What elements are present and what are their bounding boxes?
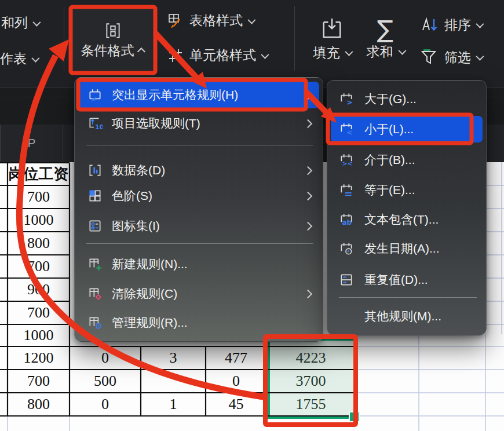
- column-header-p[interactable]: P: [0, 125, 63, 161]
- menu-separator: [86, 243, 313, 244]
- sort-icon: [418, 15, 439, 35]
- cell-p-row9[interactable]: 700: [8, 371, 70, 391]
- cell-s-row8[interactable]: 477: [206, 348, 266, 368]
- cell-style-icon: [167, 47, 184, 64]
- cell-r-row9[interactable]: [141, 371, 206, 391]
- cell-p-row8[interactable]: 1200: [8, 348, 70, 368]
- ribbon-divider: [64, 6, 64, 71]
- menu-item-label: 清除规则(C): [112, 286, 177, 302]
- cell-p-row1[interactable]: 700: [8, 187, 70, 207]
- cell-t-row8[interactable]: 4223: [266, 348, 355, 368]
- color-scales-icon: [86, 188, 104, 203]
- submenu-item-label: 文本包含(T)...: [364, 211, 439, 228]
- submenu-item-less-than[interactable]: < 小于(L)...: [331, 116, 483, 143]
- conditional-format-button[interactable]: 条件格式: [72, 8, 154, 72]
- cell-p-row7[interactable]: 1000: [8, 326, 70, 345]
- submenu-item-date-occurring[interactable]: 发生日期(A)...: [331, 235, 483, 262]
- cell-p-row10[interactable]: 800: [8, 395, 70, 414]
- sum-button[interactable]: ∑ 求和: [360, 6, 410, 71]
- menu-item-label: 色阶(S): [112, 188, 152, 204]
- submenu-item-label: 其他规则(M)...: [364, 308, 441, 324]
- table-style-label: 表格样式: [189, 12, 243, 30]
- sum-label: 求和: [367, 43, 393, 61]
- cell-p-row6[interactable]: 700: [8, 303, 70, 323]
- fill-button[interactable]: 填充: [311, 6, 353, 71]
- cell-p-row3[interactable]: 800: [8, 233, 70, 253]
- worksheet-label: 作表: [0, 50, 27, 68]
- filter-button[interactable]: 筛选: [418, 48, 482, 67]
- svg-text:<: <: [346, 128, 353, 137]
- menu-item-data-bars[interactable]: 数据条(D): [78, 157, 319, 184]
- sort-button[interactable]: 排序: [418, 15, 482, 35]
- date-occurring-icon: [338, 241, 355, 256]
- submenu-item-label: 等于(E)...: [364, 182, 415, 198]
- table-style-button[interactable]: 表格样式: [167, 12, 254, 30]
- cell-style-button[interactable]: 单元格样式: [167, 46, 267, 64]
- menu-item-label: 管理规则(R)...: [112, 315, 188, 331]
- cell-p-row5[interactable]: 900: [8, 280, 70, 299]
- cell-p-row4[interactable]: 700: [8, 257, 70, 276]
- ribbon: 和列 作表 条件格式: [0, 0, 504, 87]
- menu-item-color-scales[interactable]: 色阶(S): [78, 182, 319, 209]
- cell-q-row9[interactable]: 500: [70, 371, 141, 391]
- menu-item-manage-rules[interactable]: 管理规则(R)...: [78, 309, 319, 336]
- highlight-cells-submenu: > 大于(G)... < 小于(L)... >< 介于(B)...: [327, 80, 487, 335]
- fill-handle[interactable]: [349, 411, 360, 422]
- chevron-down-icon: [32, 18, 41, 26]
- menu-item-clear-rules[interactable]: 清除规则(C): [78, 280, 319, 307]
- filter-icon: [418, 48, 439, 67]
- submenu-item-label: 重复值(D)...: [364, 272, 428, 288]
- text-contains-icon: ab: [338, 212, 355, 227]
- fill-icon: [319, 15, 345, 43]
- menu-item-label: 图标集(I): [112, 218, 160, 234]
- svg-text:>: >: [346, 98, 353, 107]
- submenu-arrow-icon: [304, 289, 313, 298]
- cell-t-row10[interactable]: 1755: [266, 395, 355, 414]
- submenu-item-equal-to[interactable]: 等于(E)...: [331, 177, 483, 203]
- menu-item-top-bottom-rules[interactable]: 10 项目选取规则(T): [78, 110, 319, 137]
- ribbon-worksheet-button[interactable]: 作表: [0, 50, 38, 68]
- menu-item-icon-sets[interactable]: 图标集(I): [78, 213, 319, 239]
- icon-sets-icon: [86, 218, 104, 233]
- cell-s-row9[interactable]: 0: [206, 371, 266, 391]
- submenu-arrow-icon: [304, 191, 313, 200]
- cell-q-row10[interactable]: 0: [70, 395, 141, 414]
- cell-t-row9[interactable]: 3700: [266, 371, 355, 391]
- submenu-item-duplicate-values[interactable]: 重复值(D)...: [331, 266, 483, 293]
- submenu-item-greater-than[interactable]: > 大于(G)...: [331, 86, 483, 112]
- menu-item-new-rule[interactable]: 新建规则(N)...: [78, 251, 319, 277]
- top-bottom-rules-icon: 10: [86, 116, 104, 131]
- submenu-item-text-contains[interactable]: ab 文本包含(T)...: [331, 206, 483, 233]
- svg-text:≠: ≠: [92, 95, 97, 103]
- cell-p-row2[interactable]: 1000: [8, 210, 70, 230]
- wps-spreadsheet-screenshot: 和列 作表 条件格式: [0, 0, 504, 431]
- conditional-format-menu: ≠ 突出显示单元格规则(H) 10 项目选取规则(T): [74, 77, 323, 342]
- sum-sigma-icon: ∑: [377, 16, 393, 43]
- chevron-down-icon: [476, 53, 484, 61]
- less-than-icon: <: [338, 122, 355, 137]
- submenu-item-between[interactable]: >< 介于(B)...: [331, 147, 483, 173]
- submenu-arrow-icon: [304, 221, 313, 231]
- sort-label: 排序: [444, 16, 471, 34]
- cell-r-row10[interactable]: 1: [141, 395, 206, 414]
- svg-text:ab: ab: [342, 218, 352, 227]
- menu-item-label: 项目选取规则(T): [112, 115, 200, 132]
- fill-label: 填充: [313, 44, 340, 62]
- submenu-arrow-icon: [304, 119, 313, 128]
- chevron-down-icon: [31, 54, 39, 62]
- cell-r-row8[interactable]: 3: [141, 348, 206, 368]
- submenu-item-more-rules[interactable]: 其他规则(M)...: [331, 303, 483, 330]
- menu-item-highlight-cells-rules[interactable]: ≠ 突出显示单元格规则(H): [78, 82, 319, 108]
- chevron-up-icon: [137, 48, 145, 56]
- chevron-down-icon: [398, 47, 406, 55]
- ribbon-rows-columns-button[interactable]: 和列: [1, 14, 39, 32]
- between-icon: ><: [338, 152, 355, 167]
- cell-s-row10[interactable]: 45: [206, 395, 266, 414]
- submenu-arrow-icon: [304, 166, 313, 175]
- cell-q-row8[interactable]: 0: [70, 348, 141, 368]
- table-header-cell[interactable]: 岗位工资: [8, 164, 70, 184]
- menu-item-label: 新建规则(N)...: [112, 256, 188, 272]
- conditional-format-icon: [103, 21, 123, 41]
- svg-text:><: ><: [342, 160, 352, 167]
- menu-item-label: 突出显示单元格规则(H): [112, 87, 238, 103]
